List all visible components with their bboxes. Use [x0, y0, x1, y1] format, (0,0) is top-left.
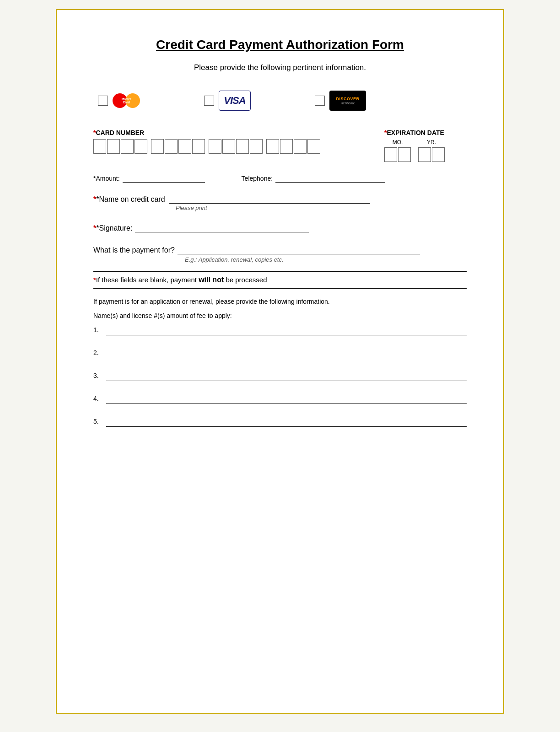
amount-tel-row: *Amount: Telephone:	[93, 175, 467, 183]
amount-label: *Amount:	[93, 175, 120, 182]
expiry-boxes: MO. YR.	[384, 139, 467, 162]
expiry-year-group: YR.	[418, 139, 445, 162]
card-group-3	[209, 139, 263, 154]
expiry-month-group: MO.	[384, 139, 411, 162]
list-input-5[interactable]	[106, 417, 467, 427]
form-page: Credit Card Payment Authorization Form P…	[56, 9, 504, 714]
card-digit-11[interactable]	[236, 139, 249, 154]
card-number-boxes	[93, 139, 366, 154]
mo-digit-1[interactable]	[384, 147, 397, 162]
signature-row: **Signature:	[93, 224, 467, 232]
mo-label: MO.	[393, 139, 403, 145]
card-digit-4[interactable]	[135, 139, 147, 154]
card-digit-16[interactable]	[307, 139, 320, 154]
name-hint: Please print	[176, 205, 467, 211]
card-digit-12[interactable]	[250, 139, 263, 154]
yr-digit-row	[418, 147, 445, 162]
mastercard-option: MasterCard	[98, 92, 140, 109]
mastercard-checkbox[interactable]	[98, 96, 108, 106]
signature-input[interactable]	[135, 225, 309, 232]
list-input-1[interactable]	[106, 325, 467, 335]
yr-label: YR.	[427, 139, 436, 145]
telephone-input[interactable]	[275, 175, 385, 183]
card-number-label: *CARD NUMBER	[93, 129, 366, 136]
mo-digit-2[interactable]	[398, 147, 411, 162]
name-field-row: **Name on credit card	[93, 195, 467, 204]
info-line-1: If payment is for an application or rene…	[93, 297, 467, 307]
visa-option: VISA	[204, 91, 251, 111]
list-input-4[interactable]	[106, 394, 467, 404]
discover-logo: DISCOVER NETWORK	[329, 91, 366, 111]
discover-brand-text: DISCOVER	[336, 97, 359, 101]
name-row: **Name on credit card Please print	[93, 195, 467, 211]
mo-digit-row	[384, 147, 411, 162]
amount-field: *Amount:	[93, 175, 205, 183]
expiry-label: *EXPIRATION DATE	[384, 129, 467, 136]
mastercard-logo: MasterCard	[113, 92, 140, 109]
payment-for-label: What is the payment for?	[93, 246, 175, 254]
card-digit-3[interactable]	[121, 139, 134, 154]
warning-section: *If these fields are blank, payment will…	[93, 271, 467, 289]
telephone-field: Telephone:	[242, 175, 386, 183]
list-num-5: 5.	[93, 418, 102, 425]
payment-for-hint: E.g.: Application, renewal, copies etc.	[185, 256, 467, 263]
yr-digit-1[interactable]	[418, 147, 431, 162]
payment-for-row: What is the payment for?	[93, 246, 467, 254]
card-digit-15[interactable]	[294, 139, 307, 154]
telephone-label: Telephone:	[242, 175, 273, 182]
card-group-2	[151, 139, 205, 154]
card-digit-10[interactable]	[222, 139, 235, 154]
card-digit-8[interactable]	[192, 139, 205, 154]
visa-checkbox[interactable]	[204, 96, 214, 106]
info-line-2: Name(s) and license #(s) amount of fee t…	[93, 311, 467, 321]
discover-checkbox[interactable]	[315, 96, 325, 106]
expiry-section: *EXPIRATION DATE MO. YR.	[384, 129, 467, 162]
name-input[interactable]	[169, 196, 370, 204]
visa-text: VISA	[224, 95, 245, 107]
card-group-1	[93, 139, 147, 154]
card-group-4	[266, 139, 320, 154]
discover-option: DISCOVER NETWORK	[315, 91, 366, 111]
list-input-2[interactable]	[106, 348, 467, 358]
list-num-1: 1.	[93, 326, 102, 334]
card-digit-1[interactable]	[93, 139, 106, 154]
list-num-3: 3.	[93, 372, 102, 379]
list-num-2: 2.	[93, 349, 102, 356]
discover-sub-text: NETWORK	[341, 102, 355, 105]
card-number-row: *CARD NUMBER	[93, 129, 467, 162]
list-item-row-5: 5.	[93, 417, 467, 427]
name-label: **Name on credit card	[93, 195, 165, 204]
card-digit-9[interactable]	[209, 139, 221, 154]
list-item-row-2: 2.	[93, 348, 467, 358]
payment-for-input[interactable]	[178, 247, 420, 254]
warning-bold: will not	[199, 276, 224, 284]
amount-input[interactable]	[123, 175, 205, 183]
list-item-row-4: 4.	[93, 394, 467, 404]
page-title: Credit Card Payment Authorization Form	[93, 38, 467, 52]
list-input-3[interactable]	[106, 371, 467, 381]
list-items: 1. 2. 3. 4. 5.	[93, 325, 467, 427]
card-digit-13[interactable]	[266, 139, 279, 154]
yr-digit-2[interactable]	[432, 147, 445, 162]
list-item-row-1: 1.	[93, 325, 467, 335]
form-subtitle: Please provide the following pertinent i…	[93, 63, 467, 72]
card-digit-7[interactable]	[178, 139, 191, 154]
card-digit-5[interactable]	[151, 139, 164, 154]
warning-text: *If these fields are blank, payment will…	[93, 276, 467, 284]
list-num-4: 4.	[93, 395, 102, 402]
card-types-section: MasterCard VISA DISCOVER NETWORK	[93, 91, 467, 111]
signature-label: **Signature:	[93, 224, 132, 232]
card-number-section: *CARD NUMBER	[93, 129, 366, 154]
card-digit-6[interactable]	[165, 139, 178, 154]
visa-logo: VISA	[219, 91, 251, 111]
list-item-row-3: 3.	[93, 371, 467, 381]
mastercard-text: MasterCard	[122, 97, 131, 104]
card-digit-14[interactable]	[280, 139, 293, 154]
card-digit-2[interactable]	[107, 139, 120, 154]
